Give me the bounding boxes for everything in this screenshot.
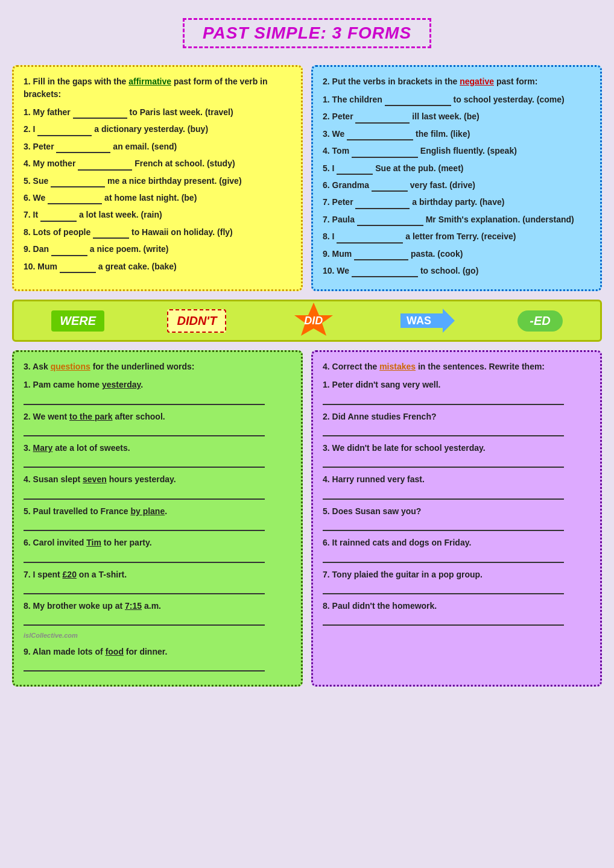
answer-line-8 bbox=[24, 616, 265, 626]
s4-s2: 2. Did Anne studies French? bbox=[323, 410, 590, 423]
section2-underline: negative bbox=[460, 77, 494, 86]
s3-s5: 5. Paul travelled to France by plane. bbox=[24, 505, 291, 518]
banner-were: WERE bbox=[51, 310, 104, 332]
s2-s7: 7. Peter a birthday party. (have) bbox=[323, 195, 590, 209]
s1-s5: 5. Sue me a nice birthday present. (give… bbox=[24, 174, 291, 187]
answer-line-s4-7 bbox=[323, 585, 564, 594]
s2-s9: 9. Mum pasta. (cook) bbox=[323, 247, 590, 260]
page-title: PAST SIMPLE: 3 FORMS bbox=[183, 18, 431, 48]
blank bbox=[385, 96, 451, 106]
banner: WERE DIDN'T DID WAS -ED bbox=[12, 300, 602, 342]
blank bbox=[56, 143, 110, 153]
s4-s3: 3. We didn't be late for school yesterda… bbox=[323, 441, 590, 454]
s2-s10: 10. We to school. (go) bbox=[323, 264, 590, 277]
section-3-box: 3. Ask questions for the underlined word… bbox=[12, 350, 303, 687]
blank bbox=[337, 165, 373, 175]
section-2-box: 2. Put the verbs in brackets in the nega… bbox=[311, 65, 602, 291]
s3-s2: 2. We went to the park after school. bbox=[24, 410, 291, 423]
s3-s7: 7. I spent £20 on a T-shirt. bbox=[24, 568, 291, 581]
answer-line-6 bbox=[24, 553, 265, 563]
s2-s4: 4. Tom English fluently. (speak) bbox=[323, 144, 590, 157]
banner-was-container: WAS bbox=[400, 309, 455, 333]
s1-s3: 3. Peter an email. (send) bbox=[24, 140, 291, 153]
answer-line-s4-1 bbox=[323, 395, 564, 405]
banner-was: WAS bbox=[407, 315, 431, 327]
blank bbox=[93, 229, 129, 239]
s3-s9: 9. Alan made lots of food for dinner. bbox=[24, 645, 291, 658]
s4-s5: 5. Does Susan saw you? bbox=[323, 505, 590, 518]
blank bbox=[357, 216, 423, 226]
s1-s9: 9. Dan a nice poem. (write) bbox=[24, 242, 291, 256]
s3-s8: 8. My brother woke up at 7:15 a.m. bbox=[24, 599, 291, 612]
blank bbox=[60, 263, 96, 273]
s1-s2: 2. I a dictionary yesterday. (buy) bbox=[24, 122, 291, 136]
section4-underline: mistakes bbox=[379, 362, 416, 371]
s1-s10: 10. Mum a great cake. (bake) bbox=[24, 260, 291, 273]
s4-s1: 1. Peter didn't sang very well. bbox=[323, 378, 590, 391]
section-1-box: 1. Fill in the gaps with the affirmative… bbox=[12, 65, 303, 291]
blank bbox=[337, 234, 403, 244]
section3-underline: questions bbox=[51, 362, 90, 371]
s3-s6: 6. Carol invited Tim to her party. bbox=[24, 536, 291, 549]
answer-line-s4-5 bbox=[323, 521, 564, 531]
blank bbox=[37, 127, 92, 136]
s2-s5: 5. I Sue at the pub. (meet) bbox=[323, 162, 590, 175]
blank bbox=[51, 247, 87, 256]
s2-s1: 1. The children to school yesterday. (co… bbox=[323, 93, 590, 106]
s2-s3: 3. We the film. (like) bbox=[323, 127, 590, 140]
section-4-title: 4. Correct the mistakes in the sentences… bbox=[323, 360, 590, 373]
banner-ed: -ED bbox=[517, 310, 562, 332]
section-2-sentences: 1. The children to school yesterday. (co… bbox=[323, 93, 590, 277]
answer-line-7 bbox=[24, 585, 265, 594]
section-3-title: 3. Ask questions for the underlined word… bbox=[24, 360, 291, 373]
s3-s4: 4. Susan slept seven hours yesterday. bbox=[24, 473, 291, 486]
s1-s4: 4. My mother French at school. (study) bbox=[24, 157, 291, 170]
answer-line-s4-3 bbox=[323, 458, 564, 468]
section-2-title: 2. Put the verbs in brackets in the nega… bbox=[323, 75, 590, 88]
answer-line-s4-8 bbox=[323, 616, 564, 626]
s3-s1: 1. Pam came home yesterday. bbox=[24, 378, 291, 391]
answer-line-9 bbox=[24, 662, 265, 671]
s4-s6: 6. It rainned cats and dogs on Friday. bbox=[323, 536, 590, 549]
s4-s8: 8. Paul didn't the homework. bbox=[323, 599, 590, 612]
blank bbox=[352, 268, 418, 277]
s3-watermark: islCollective.com bbox=[24, 631, 291, 641]
s1-s1: 1. My father to Paris last week. (travel… bbox=[24, 105, 291, 119]
section-4-box: 4. Correct the mistakes in the sentences… bbox=[311, 350, 602, 687]
banner-didnt: DIDN'T bbox=[167, 309, 226, 333]
s4-s7: 7. Tony plaied the guitar in a pop group… bbox=[323, 568, 590, 581]
page-title-container: PAST SIMPLE: 3 FORMS bbox=[12, 12, 602, 54]
top-grid: 1. Fill in the gaps with the affirmative… bbox=[12, 65, 602, 291]
answer-line-3 bbox=[24, 458, 265, 468]
blank bbox=[73, 109, 127, 119]
s2-s8: 8. I a letter from Terry. (receive) bbox=[323, 230, 590, 243]
section-1-sentences: 1. My father to Paris last week. (travel… bbox=[24, 105, 291, 273]
blank bbox=[372, 182, 408, 192]
s3-s3: 3. Mary ate a lot of sweets. bbox=[24, 441, 291, 454]
blank bbox=[347, 131, 413, 140]
section-4-sentences: 1. Peter didn't sang very well. 2. Did A… bbox=[323, 378, 590, 626]
s1-s8: 8. Lots of people to Hawaii on holiday. … bbox=[24, 225, 291, 239]
blank bbox=[40, 212, 77, 222]
bottom-grid: 3. Ask questions for the underlined word… bbox=[12, 350, 602, 687]
answer-line-s4-2 bbox=[323, 427, 564, 436]
answer-line-s4-4 bbox=[323, 490, 564, 500]
section-3-sentences: 1. Pam came home yesterday. 2. We went t… bbox=[24, 378, 291, 671]
section1-underline: affirmative bbox=[128, 77, 171, 86]
blank bbox=[355, 114, 410, 124]
s1-s7: 7. It a lot last week. (rain) bbox=[24, 208, 291, 221]
answer-line-5 bbox=[24, 521, 265, 531]
s1-s6: 6. We at home last night. (be) bbox=[24, 191, 291, 204]
blank bbox=[352, 148, 418, 158]
s2-s2: 2. Peter ill last week. (be) bbox=[323, 110, 590, 123]
blank bbox=[78, 161, 132, 171]
answer-line-1 bbox=[24, 395, 265, 405]
answer-line-2 bbox=[24, 427, 265, 436]
blank bbox=[354, 251, 408, 260]
blank bbox=[51, 178, 105, 187]
s4-s4: 4. Harry runned very fast. bbox=[323, 473, 590, 486]
s2-s7b: 7. Paula Mr Smith's explanation. (unders… bbox=[323, 213, 590, 226]
answer-line-4 bbox=[24, 490, 265, 500]
s2-s6: 6. Grandma very fast. (drive) bbox=[323, 178, 590, 192]
blank bbox=[355, 200, 410, 209]
